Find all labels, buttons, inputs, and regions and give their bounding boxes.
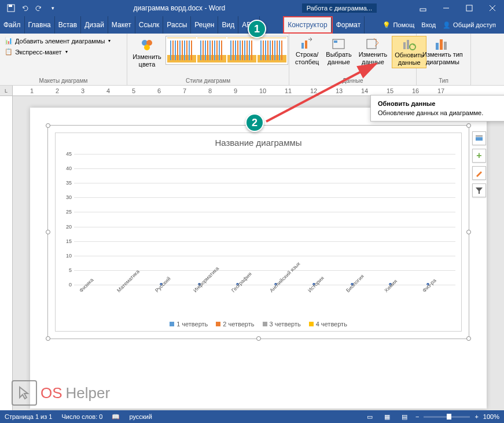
y-tick: 35 [66, 180, 72, 186]
legend-swatch [170, 322, 174, 326]
svg-rect-13 [334, 41, 337, 43]
legend-item[interactable]: 1 четверть [170, 321, 208, 328]
annotation-arrow [260, 58, 388, 127]
save-icon[interactable] [5, 2, 17, 14]
grid-line [74, 256, 455, 256]
minimize-icon[interactable] [435, 0, 458, 16]
svg-point-9 [144, 45, 150, 50]
document-title: диаграмма ворд.docx - Word [59, 4, 300, 12]
statusbar: Страница 1 из 1 Число слов: 0 📖 русский … [0, 410, 504, 423]
grid-line [74, 270, 455, 271]
chart-title[interactable]: Название диаграммы [56, 133, 461, 152]
grid-line [74, 241, 455, 242]
menu-login[interactable]: Вход [421, 21, 436, 28]
y-tick: 5 [69, 267, 72, 273]
menu-review[interactable]: Рецен [191, 16, 218, 34]
svg-point-17 [410, 44, 415, 50]
legend-label: 4 четверть [316, 321, 347, 328]
ribbon: 📊 Добавить элемент диаграммы▾ 📋 Экспресс… [0, 34, 504, 86]
share-button[interactable]: 👤 Общий доступ [438, 19, 501, 31]
chart-filter-tool[interactable] [472, 183, 486, 197]
menu-format[interactable]: Формат [333, 16, 365, 34]
grid-line [74, 183, 455, 183]
share-label: Общий доступ [453, 21, 496, 28]
spellcheck-icon[interactable]: 📖 [112, 413, 120, 421]
menu-constructor[interactable]: Конструктор [284, 17, 331, 32]
menu-design[interactable]: Дизай [81, 16, 108, 34]
ribbon-options-icon[interactable] [411, 0, 435, 16]
print-layout-icon[interactable]: ▦ [381, 411, 393, 422]
ruler-corner: L [0, 86, 13, 95]
ruler-vertical[interactable] [0, 96, 13, 420]
svg-rect-14 [367, 39, 376, 49]
callout-1: 1 [248, 20, 266, 38]
menu-layout[interactable]: Макет [108, 16, 135, 34]
legend-item[interactable]: 3 четверть [263, 321, 301, 328]
svg-rect-4 [466, 5, 472, 11]
menu-insert[interactable]: Встав [55, 16, 81, 34]
y-tick: 0 [69, 282, 72, 288]
style-thumb-3[interactable] [227, 38, 256, 63]
svg-rect-18 [436, 43, 439, 50]
status-language[interactable]: русский [129, 413, 152, 420]
redo-icon[interactable] [32, 2, 45, 14]
web-layout-icon[interactable]: ▤ [398, 411, 411, 422]
legend-label: 2 четверть [223, 321, 254, 328]
zoom-in-icon[interactable]: + [474, 413, 478, 420]
zoom-slider[interactable] [424, 416, 470, 418]
close-icon[interactable] [481, 0, 504, 16]
express-layout-icon: 📋 [5, 48, 13, 56]
chart-layout-tool[interactable] [472, 131, 486, 145]
ruler-tick: 7 [183, 87, 186, 94]
edit-data-icon [366, 37, 380, 51]
menu-file[interactable]: Файл [0, 16, 25, 34]
svg-rect-21 [476, 137, 483, 141]
zoom-level[interactable]: 100% [483, 413, 499, 420]
change-type-label: Изменить тип диаграммы [422, 51, 463, 66]
add-chart-element-label: Добавить элемент диаграммы [15, 38, 105, 45]
watermark: OS Helper [12, 380, 110, 406]
person-icon: 👤 [443, 21, 451, 29]
y-tick: 25 [66, 209, 72, 215]
chart-brush-tool[interactable] [472, 166, 486, 180]
chart-type-icon [435, 37, 451, 51]
maximize-icon[interactable] [458, 0, 481, 16]
change-colors-button[interactable]: Изменить цвета [131, 36, 163, 69]
page: Название диаграммы 051015202530354045 Фи… [30, 108, 487, 409]
style-thumb-2[interactable] [197, 38, 226, 63]
change-chart-type-button[interactable]: Изменить тип диаграммы [420, 36, 465, 67]
y-tick: 15 [66, 238, 72, 244]
legend-label: 1 четверть [176, 321, 208, 328]
tooltip: Обновить данные Обновление данных на диа… [370, 95, 504, 122]
menu-help[interactable]: Помощ [393, 21, 414, 28]
svg-rect-11 [305, 41, 307, 49]
chart-area[interactable]: Название диаграммы 051015202530354045 Фи… [55, 133, 462, 332]
legend-item[interactable]: 4 четверть [309, 321, 347, 328]
switch-icon [300, 37, 314, 51]
tooltip-title: Обновить данные [378, 100, 502, 107]
group-layouts-label: Макеты диаграмм [0, 78, 127, 84]
status-words[interactable]: Число слов: 0 [61, 413, 102, 420]
chart-add-tool[interactable]: + [472, 149, 486, 163]
svg-line-23 [266, 64, 376, 122]
status-page[interactable]: Страница 1 из 1 [5, 413, 52, 420]
menu-home[interactable]: Главна [25, 16, 55, 34]
ruler-tick: 3 [81, 87, 84, 94]
add-chart-element-button[interactable]: 📊 Добавить элемент диаграммы▾ [3, 36, 112, 46]
callout-2: 2 [245, 113, 264, 132]
chart-selection[interactable]: Название диаграммы 051015202530354045 Фи… [47, 125, 469, 339]
express-layout-button[interactable]: 📋 Экспресс-макет▾ [3, 47, 69, 57]
legend-swatch [216, 322, 220, 326]
read-mode-icon[interactable]: ▭ [363, 411, 376, 422]
menu-mailings[interactable]: Рассы [163, 16, 191, 34]
zoom-out-icon[interactable]: − [415, 413, 419, 420]
undo-icon[interactable] [19, 2, 31, 14]
qat-more-icon[interactable]: ▾ [46, 2, 59, 14]
menu-view[interactable]: Вид [218, 16, 238, 34]
legend-item[interactable]: 2 четверть [216, 321, 254, 328]
menu-references[interactable]: Ссылк [135, 16, 164, 34]
style-thumb-1[interactable] [167, 38, 196, 63]
group-type-label: Тип [417, 78, 470, 84]
ruler-tick: 5 [132, 87, 135, 94]
grid-line [74, 168, 455, 169]
